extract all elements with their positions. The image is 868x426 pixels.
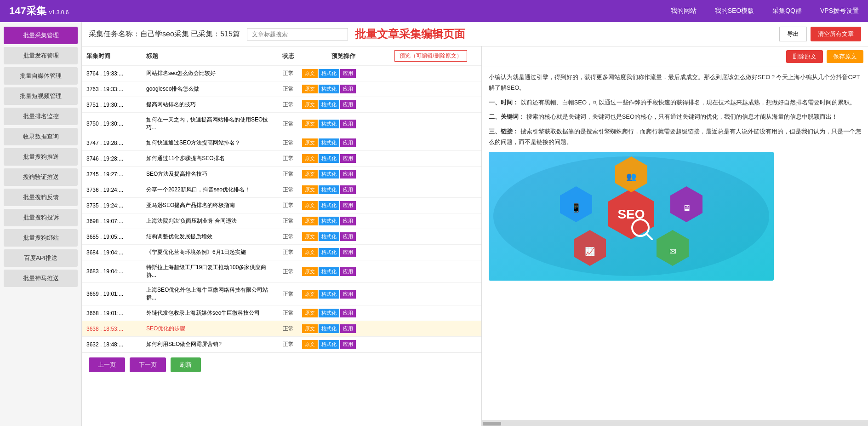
nav-vps-settings[interactable]: VPS拨号设置 [820,7,859,15]
save-original-button[interactable]: 保存原文 [827,50,863,63]
sidebar-item-batch-collect[interactable]: 批量采集管理 [4,27,78,44]
raw-button[interactable]: 原文 [302,340,318,349]
format-button[interactable]: 格式化 [319,248,339,257]
sidebar-item-batch-video[interactable]: 批量短视频管理 [4,87,78,105]
sidebar-item-sogou-complaint[interactable]: 批量搜狗投诉 [4,209,78,226]
format-button[interactable]: 格式化 [319,340,339,349]
apply-button[interactable]: 应用 [340,309,356,317]
apply-button[interactable]: 应用 [340,154,356,163]
format-button[interactable]: 格式化 [319,100,339,109]
format-button[interactable]: 格式化 [319,170,339,178]
apply-button[interactable]: 应用 [340,120,356,128]
status-badge: 正常 [283,268,294,275]
raw-button[interactable]: 原文 [302,170,318,178]
raw-button[interactable]: 原文 [302,201,318,210]
format-button[interactable]: 格式化 [319,217,339,225]
status-badge: 正常 [283,171,294,177]
format-button[interactable]: 格式化 [319,232,339,241]
raw-button[interactable]: 原文 [302,185,318,194]
raw-button[interactable]: 原文 [302,309,318,317]
cell-time: 3638 . 18:53:... [86,326,146,332]
format-button[interactable]: 格式化 [319,309,339,317]
raw-button[interactable]: 原文 [302,138,318,147]
cell-time: 3763 . 19:33:... [86,86,146,92]
app-logo: 147采集 v1.3.0.6 [9,4,69,18]
clear-all-button[interactable]: 清空所有文章 [811,27,861,41]
raw-button[interactable]: 原文 [302,232,318,241]
raw-button[interactable]: 原文 [302,120,318,128]
prev-page-button[interactable]: 上一页 [89,357,125,372]
raw-button[interactable]: 原文 [302,217,318,225]
pagination: 上一页 下一页 刷新 [82,352,481,377]
header-time: 采集时间 [86,52,146,60]
format-button[interactable]: 格式化 [319,185,339,194]
next-page-button[interactable]: 下一页 [130,357,166,372]
format-button[interactable]: 格式化 [319,267,339,276]
cell-status: 正常 [274,233,302,241]
table-row: 3736 . 19:24:... 分享一个2022新风口，抖音seo优化排名！ … [82,182,481,198]
sidebar-item-shenma-push[interactable]: 批量神马推送 [4,270,78,287]
nav-qq-group[interactable]: 采集QQ群 [772,7,802,15]
horizontal-scrollbar[interactable] [482,420,868,426]
export-button[interactable]: 导出 [779,27,807,41]
cell-time: 3698 . 19:07:... [86,218,146,225]
sidebar-item-sogou-verify[interactable]: 搜狗验证推送 [4,168,78,186]
table-row: 3764 . 19:33:... 网站排名seo怎么做会比较好 正常 原文 格式… [82,66,481,81]
format-button[interactable]: 格式化 [319,201,339,210]
action-buttons: 原文 格式化 应用 [302,290,385,299]
sidebar-item-batch-rank[interactable]: 批量排名监控 [4,108,78,125]
search-input[interactable] [247,28,348,40]
apply-button[interactable]: 应用 [340,290,356,299]
format-button[interactable]: 格式化 [319,138,339,147]
apply-button[interactable]: 应用 [340,201,356,210]
raw-button[interactable]: 原文 [302,248,318,257]
raw-button[interactable]: 原文 [302,324,318,333]
raw-button[interactable]: 原文 [302,69,318,78]
apply-button[interactable]: 应用 [340,324,356,333]
cell-title: 如何快速通过SEO方法提高网站排名？ [146,139,274,147]
sidebar-item-record-query[interactable]: 收录数据查询 [4,128,78,145]
sidebar-item-sogou-bind[interactable]: 批量搜狗绑站 [4,229,78,247]
nav-my-site[interactable]: 我的网站 [671,7,697,15]
format-button[interactable]: 格式化 [319,154,339,163]
apply-button[interactable]: 应用 [340,100,356,109]
cell-action: 原文 格式化 应用 [302,217,385,225]
format-button[interactable]: 格式化 [319,85,339,93]
apply-button[interactable]: 应用 [340,170,356,178]
format-button[interactable]: 格式化 [319,324,339,333]
status-badge: 正常 [283,291,294,297]
sidebar-item-batch-sogou-push[interactable]: 批量搜狗推送 [4,148,78,166]
apply-button[interactable]: 应用 [340,85,356,93]
action-buttons: 原文 格式化 应用 [302,324,385,333]
apply-button[interactable]: 应用 [340,217,356,225]
format-button[interactable]: 格式化 [319,120,339,128]
format-button[interactable]: 格式化 [319,69,339,78]
raw-button[interactable]: 原文 [302,100,318,109]
status-badge: 正常 [283,310,294,316]
apply-button[interactable]: 应用 [340,248,356,257]
table-header-row: 采集时间 标题 状态 预览操作 预览（可编辑/删除原文） [82,46,481,66]
sidebar-item-batch-publish[interactable]: 批量发布管理 [4,47,78,64]
preview-edit-button[interactable]: 预览（可编辑/删除原文） [394,50,467,62]
raw-button[interactable]: 原文 [302,267,318,276]
apply-button[interactable]: 应用 [340,69,356,78]
cell-action: 原文 格式化 应用 [302,120,385,128]
sidebar-item-sogou-feedback[interactable]: 批量搜狗反馈 [4,189,78,206]
format-button[interactable]: 格式化 [319,290,339,299]
raw-button[interactable]: 原文 [302,154,318,163]
apply-button[interactable]: 应用 [340,232,356,241]
task-title: 采集任务名称：自己学seo采集 已采集：515篇 [89,29,240,39]
svg-text:📱: 📱 [571,203,582,213]
apply-button[interactable]: 应用 [340,340,356,349]
action-buttons: 原文 格式化 应用 [302,340,385,349]
apply-button[interactable]: 应用 [340,138,356,147]
delete-original-button[interactable]: 删除原文 [786,50,823,63]
apply-button[interactable]: 应用 [340,185,356,194]
raw-button[interactable]: 原文 [302,85,318,93]
apply-button[interactable]: 应用 [340,267,356,276]
nav-seo-template[interactable]: 我的SEO模版 [715,7,754,15]
sidebar-item-batch-media[interactable]: 批量自媒体管理 [4,67,78,85]
raw-button[interactable]: 原文 [302,290,318,299]
refresh-button[interactable]: 刷新 [171,357,201,372]
sidebar-item-baidu-api[interactable]: 百度API推送 [4,249,78,267]
